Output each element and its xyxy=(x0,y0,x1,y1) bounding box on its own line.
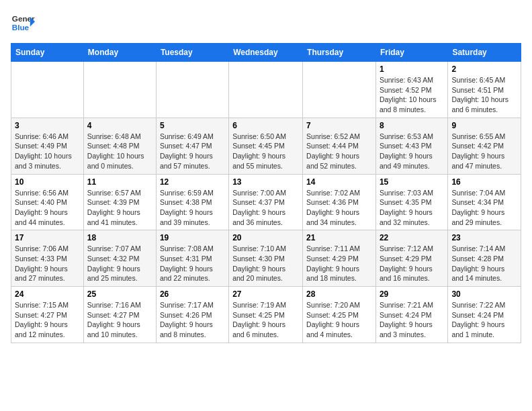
day-number: 9 xyxy=(451,121,517,130)
day-cell xyxy=(83,62,156,118)
day-cell: 27Sunrise: 7:19 AM Sunset: 4:25 PM Dayli… xyxy=(229,287,303,343)
day-info: Sunrise: 7:14 AM Sunset: 4:28 PM Dayligh… xyxy=(451,244,517,283)
day-cell: 1Sunrise: 6:43 AM Sunset: 4:52 PM Daylig… xyxy=(375,62,447,118)
day-info: Sunrise: 7:08 AM Sunset: 4:31 PM Dayligh… xyxy=(160,244,225,283)
day-cell: 26Sunrise: 7:17 AM Sunset: 4:26 PM Dayli… xyxy=(156,287,228,343)
day-info: Sunrise: 6:56 AM Sunset: 4:40 PM Dayligh… xyxy=(15,188,80,228)
day-number: 12 xyxy=(160,177,225,187)
logo: General Blue xyxy=(11,11,35,35)
day-info: Sunrise: 7:10 AM Sunset: 4:30 PM Dayligh… xyxy=(232,244,299,283)
day-cell: 9Sunrise: 6:55 AM Sunset: 4:42 PM Daylig… xyxy=(448,118,521,174)
day-info: Sunrise: 7:20 AM Sunset: 4:25 PM Dayligh… xyxy=(306,300,372,340)
weekday-header: Sunday xyxy=(11,44,84,62)
day-info: Sunrise: 6:53 AM Sunset: 4:43 PM Dayligh… xyxy=(380,132,444,171)
day-cell: 3Sunrise: 6:46 AM Sunset: 4:49 PM Daylig… xyxy=(11,118,84,174)
day-cell: 2Sunrise: 6:45 AM Sunset: 4:51 PM Daylig… xyxy=(448,62,521,118)
day-number: 5 xyxy=(160,121,225,130)
day-number: 27 xyxy=(232,289,299,299)
day-number: 17 xyxy=(15,233,80,242)
week-row: 17Sunrise: 7:06 AM Sunset: 4:33 PM Dayli… xyxy=(11,230,521,287)
day-number: 4 xyxy=(87,121,152,130)
day-info: Sunrise: 7:16 AM Sunset: 4:27 PM Dayligh… xyxy=(87,300,152,340)
day-number: 24 xyxy=(15,289,80,299)
day-number: 3 xyxy=(15,121,80,130)
day-cell: 30Sunrise: 7:22 AM Sunset: 4:24 PM Dayli… xyxy=(448,287,521,343)
day-info: Sunrise: 7:21 AM Sunset: 4:24 PM Dayligh… xyxy=(380,300,444,340)
day-cell: 24Sunrise: 7:15 AM Sunset: 4:27 PM Dayli… xyxy=(11,287,84,343)
day-info: Sunrise: 7:03 AM Sunset: 4:35 PM Dayligh… xyxy=(380,188,444,228)
day-info: Sunrise: 6:52 AM Sunset: 4:44 PM Dayligh… xyxy=(306,132,372,171)
day-cell: 7Sunrise: 6:52 AM Sunset: 4:44 PM Daylig… xyxy=(303,118,376,174)
day-info: Sunrise: 7:06 AM Sunset: 4:33 PM Dayligh… xyxy=(15,244,80,283)
day-number: 28 xyxy=(306,289,372,299)
day-info: Sunrise: 7:15 AM Sunset: 4:27 PM Dayligh… xyxy=(15,300,80,340)
week-row: 10Sunrise: 6:56 AM Sunset: 4:40 PM Dayli… xyxy=(11,174,521,230)
day-number: 18 xyxy=(87,233,152,242)
week-row: 1Sunrise: 6:43 AM Sunset: 4:52 PM Daylig… xyxy=(11,62,521,118)
day-info: Sunrise: 6:46 AM Sunset: 4:49 PM Dayligh… xyxy=(15,132,80,171)
weekday-header: Thursday xyxy=(303,44,376,62)
day-number: 7 xyxy=(306,121,372,130)
day-info: Sunrise: 7:12 AM Sunset: 4:29 PM Dayligh… xyxy=(380,244,444,283)
weekday-header: Wednesday xyxy=(229,44,303,62)
day-cell xyxy=(303,62,376,118)
day-number: 8 xyxy=(380,121,444,130)
logo-icon: General Blue xyxy=(11,11,35,35)
day-cell: 4Sunrise: 6:48 AM Sunset: 4:48 PM Daylig… xyxy=(83,118,156,174)
weekday-header-row: SundayMondayTuesdayWednesdayThursdayFrid… xyxy=(11,44,521,62)
day-cell xyxy=(229,62,303,118)
day-number: 20 xyxy=(232,233,299,242)
day-cell: 21Sunrise: 7:11 AM Sunset: 4:29 PM Dayli… xyxy=(303,230,376,287)
day-info: Sunrise: 7:07 AM Sunset: 4:32 PM Dayligh… xyxy=(87,244,152,283)
day-number: 13 xyxy=(232,177,299,187)
page-header: General Blue xyxy=(11,11,521,35)
svg-text:Blue: Blue xyxy=(12,23,30,32)
day-number: 1 xyxy=(380,64,444,74)
day-number: 22 xyxy=(380,233,444,242)
day-number: 11 xyxy=(87,177,152,187)
day-number: 2 xyxy=(451,64,517,74)
day-number: 29 xyxy=(380,289,444,299)
day-cell: 16Sunrise: 7:04 AM Sunset: 4:34 PM Dayli… xyxy=(448,174,521,230)
day-cell: 12Sunrise: 6:59 AM Sunset: 4:38 PM Dayli… xyxy=(156,174,228,230)
weekday-header: Saturday xyxy=(448,44,521,62)
weekday-header: Monday xyxy=(83,44,156,62)
day-info: Sunrise: 7:00 AM Sunset: 4:37 PM Dayligh… xyxy=(232,188,299,228)
day-cell: 19Sunrise: 7:08 AM Sunset: 4:31 PM Dayli… xyxy=(156,230,228,287)
day-info: Sunrise: 6:59 AM Sunset: 4:38 PM Dayligh… xyxy=(160,188,225,228)
day-cell: 29Sunrise: 7:21 AM Sunset: 4:24 PM Dayli… xyxy=(375,287,447,343)
day-cell xyxy=(11,62,84,118)
day-info: Sunrise: 7:19 AM Sunset: 4:25 PM Dayligh… xyxy=(232,300,299,340)
day-cell: 10Sunrise: 6:56 AM Sunset: 4:40 PM Dayli… xyxy=(11,174,84,230)
day-cell: 15Sunrise: 7:03 AM Sunset: 4:35 PM Dayli… xyxy=(375,174,447,230)
day-cell: 14Sunrise: 7:02 AM Sunset: 4:36 PM Dayli… xyxy=(303,174,376,230)
day-number: 15 xyxy=(380,177,444,187)
day-info: Sunrise: 6:50 AM Sunset: 4:45 PM Dayligh… xyxy=(232,132,299,171)
day-cell: 6Sunrise: 6:50 AM Sunset: 4:45 PM Daylig… xyxy=(229,118,303,174)
day-number: 16 xyxy=(451,177,517,187)
day-cell: 13Sunrise: 7:00 AM Sunset: 4:37 PM Dayli… xyxy=(229,174,303,230)
day-cell: 20Sunrise: 7:10 AM Sunset: 4:30 PM Dayli… xyxy=(229,230,303,287)
day-number: 6 xyxy=(232,121,299,130)
day-info: Sunrise: 6:45 AM Sunset: 4:51 PM Dayligh… xyxy=(451,75,517,115)
day-number: 23 xyxy=(451,233,517,242)
day-number: 30 xyxy=(451,289,517,299)
weekday-header: Tuesday xyxy=(156,44,228,62)
week-row: 3Sunrise: 6:46 AM Sunset: 4:49 PM Daylig… xyxy=(11,118,521,174)
calendar-table: SundayMondayTuesdayWednesdayThursdayFrid… xyxy=(11,43,521,343)
day-cell: 23Sunrise: 7:14 AM Sunset: 4:28 PM Dayli… xyxy=(448,230,521,287)
day-info: Sunrise: 7:04 AM Sunset: 4:34 PM Dayligh… xyxy=(451,188,517,228)
day-info: Sunrise: 7:22 AM Sunset: 4:24 PM Dayligh… xyxy=(451,300,517,340)
day-cell xyxy=(156,62,228,118)
day-info: Sunrise: 7:11 AM Sunset: 4:29 PM Dayligh… xyxy=(306,244,372,283)
weekday-header: Friday xyxy=(375,44,447,62)
day-cell: 25Sunrise: 7:16 AM Sunset: 4:27 PM Dayli… xyxy=(83,287,156,343)
day-info: Sunrise: 6:48 AM Sunset: 4:48 PM Dayligh… xyxy=(87,132,152,171)
day-number: 26 xyxy=(160,289,225,299)
day-number: 10 xyxy=(15,177,80,187)
day-number: 19 xyxy=(160,233,225,242)
day-info: Sunrise: 6:49 AM Sunset: 4:47 PM Dayligh… xyxy=(160,132,225,171)
day-cell: 28Sunrise: 7:20 AM Sunset: 4:25 PM Dayli… xyxy=(303,287,376,343)
day-info: Sunrise: 6:57 AM Sunset: 4:39 PM Dayligh… xyxy=(87,188,152,228)
day-info: Sunrise: 7:17 AM Sunset: 4:26 PM Dayligh… xyxy=(160,300,225,340)
